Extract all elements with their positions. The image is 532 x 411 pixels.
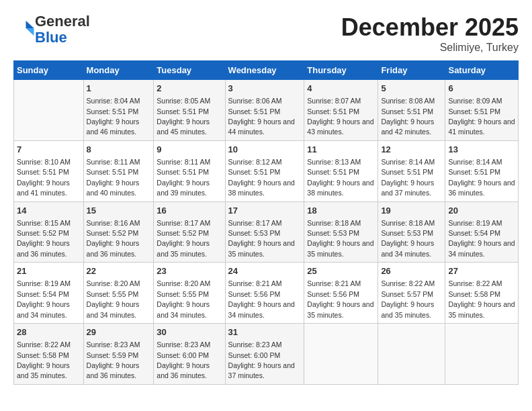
sunrise-info: Sunrise: 8:10 AMSunset: 5:51 PMDaylight:… [17,158,71,197]
svg-marker-1 [26,28,34,36]
calendar-week-row: 7 Sunrise: 8:10 AMSunset: 5:51 PMDayligh… [14,140,519,201]
sunrise-info: Sunrise: 8:21 AMSunset: 5:56 PMDaylight:… [307,279,373,318]
calendar-cell [14,80,84,141]
day-number: 17 [228,205,302,217]
calendar-cell: 9 Sunrise: 8:11 AMSunset: 5:51 PMDayligh… [154,140,225,201]
calendar-cell: 30 Sunrise: 8:23 AMSunset: 6:00 PMDaylig… [154,324,225,385]
calendar-cell [378,324,445,385]
calendar-cell: 24 Sunrise: 8:21 AMSunset: 5:56 PMDaylig… [225,263,304,324]
calendar-week-row: 21 Sunrise: 8:19 AMSunset: 5:54 PMDaylig… [14,263,519,324]
sunrise-info: Sunrise: 8:17 AMSunset: 5:52 PMDaylight:… [157,219,210,258]
sunrise-info: Sunrise: 8:07 AMSunset: 5:51 PMDaylight:… [307,97,373,136]
calendar-cell: 17 Sunrise: 8:17 AMSunset: 5:53 PMDaylig… [225,201,304,263]
sunrise-info: Sunrise: 8:19 AMSunset: 5:54 PMDaylight:… [448,219,515,258]
day-number: 10 [228,144,302,156]
day-number: 13 [448,144,515,156]
sunrise-info: Sunrise: 8:18 AMSunset: 5:53 PMDaylight:… [307,219,373,258]
day-number: 1 [87,83,151,95]
calendar-cell: 22 Sunrise: 8:20 AMSunset: 5:55 PMDaylig… [83,263,154,324]
sunrise-info: Sunrise: 8:20 AMSunset: 5:55 PMDaylight:… [157,279,210,318]
sunrise-info: Sunrise: 8:11 AMSunset: 5:51 PMDaylight:… [87,158,140,197]
day-number: 5 [381,83,442,95]
day-number: 16 [157,205,222,217]
sunrise-info: Sunrise: 8:20 AMSunset: 5:55 PMDaylight:… [87,279,140,318]
logo-icon [15,18,35,38]
calendar-cell: 12 Sunrise: 8:14 AMSunset: 5:51 PMDaylig… [378,140,445,201]
logo-blue: Blue [35,29,67,46]
calendar-cell: 2 Sunrise: 8:05 AMSunset: 5:51 PMDayligh… [154,80,225,141]
day-number: 23 [157,265,222,277]
sunrise-info: Sunrise: 8:12 AMSunset: 5:51 PMDaylight:… [228,158,295,197]
calendar-header-row: SundayMondayTuesdayWednesdayThursdayFrid… [14,61,519,80]
sunrise-info: Sunrise: 8:23 AMSunset: 6:00 PMDaylight:… [157,340,210,379]
sunrise-info: Sunrise: 8:08 AMSunset: 5:51 PMDaylight:… [381,97,435,136]
calendar-cell: 15 Sunrise: 8:16 AMSunset: 5:52 PMDaylig… [83,201,154,263]
calendar-cell: 18 Sunrise: 8:18 AMSunset: 5:53 PMDaylig… [304,201,378,263]
calendar-cell: 7 Sunrise: 8:10 AMSunset: 5:51 PMDayligh… [14,140,84,201]
calendar-cell: 4 Sunrise: 8:07 AMSunset: 5:51 PMDayligh… [304,80,378,141]
calendar-cell: 5 Sunrise: 8:08 AMSunset: 5:51 PMDayligh… [378,80,445,141]
sunrise-info: Sunrise: 8:22 AMSunset: 5:57 PMDaylight:… [381,279,435,318]
sunrise-info: Sunrise: 8:14 AMSunset: 5:51 PMDaylight:… [381,158,435,197]
calendar-cell: 31 Sunrise: 8:23 AMSunset: 6:00 PMDaylig… [225,324,304,385]
day-number: 7 [17,144,81,156]
weekday-header: Friday [378,61,445,80]
calendar-cell: 3 Sunrise: 8:06 AMSunset: 5:51 PMDayligh… [225,80,304,141]
day-number: 20 [448,205,515,217]
day-number: 8 [87,144,151,156]
calendar-week-row: 14 Sunrise: 8:15 AMSunset: 5:52 PMDaylig… [14,201,519,263]
calendar-cell [304,324,378,385]
calendar-cell [445,324,519,385]
calendar-cell: 13 Sunrise: 8:14 AMSunset: 5:51 PMDaylig… [445,140,519,201]
day-number: 6 [448,83,515,95]
calendar-cell: 16 Sunrise: 8:17 AMSunset: 5:52 PMDaylig… [154,201,225,263]
day-number: 31 [228,326,302,338]
calendar-cell: 20 Sunrise: 8:19 AMSunset: 5:54 PMDaylig… [445,201,519,263]
day-number: 15 [87,205,151,217]
day-number: 27 [448,265,515,277]
day-number: 22 [87,265,151,277]
day-number: 9 [157,144,222,156]
calendar-cell: 11 Sunrise: 8:13 AMSunset: 5:51 PMDaylig… [304,140,378,201]
sunrise-info: Sunrise: 8:22 AMSunset: 5:58 PMDaylight:… [448,279,515,318]
sunrise-info: Sunrise: 8:11 AMSunset: 5:51 PMDaylight:… [157,158,210,197]
sunrise-info: Sunrise: 8:16 AMSunset: 5:52 PMDaylight:… [87,219,140,258]
calendar-cell: 19 Sunrise: 8:18 AMSunset: 5:53 PMDaylig… [378,201,445,263]
calendar-week-row: 28 Sunrise: 8:22 AMSunset: 5:58 PMDaylig… [14,324,519,385]
title-block: December 2025 Selimiye, Turkey [341,13,519,54]
sunrise-info: Sunrise: 8:18 AMSunset: 5:53 PMDaylight:… [381,219,435,258]
calendar-cell: 8 Sunrise: 8:11 AMSunset: 5:51 PMDayligh… [83,140,154,201]
day-number: 29 [87,326,151,338]
sunrise-info: Sunrise: 8:04 AMSunset: 5:51 PMDaylight:… [87,97,140,136]
svg-marker-0 [26,21,34,28]
sunrise-info: Sunrise: 8:23 AMSunset: 5:59 PMDaylight:… [87,340,140,379]
weekday-header: Tuesday [154,61,225,80]
calendar-week-row: 1 Sunrise: 8:04 AMSunset: 5:51 PMDayligh… [14,80,519,141]
weekday-header: Thursday [304,61,378,80]
calendar-cell: 1 Sunrise: 8:04 AMSunset: 5:51 PMDayligh… [83,80,154,141]
day-number: 24 [228,265,302,277]
page-header: General Blue December 2025 Selimiye, Tur… [13,13,519,54]
calendar-cell: 25 Sunrise: 8:21 AMSunset: 5:56 PMDaylig… [304,263,378,324]
day-number: 2 [157,83,222,95]
sunrise-info: Sunrise: 8:05 AMSunset: 5:51 PMDaylight:… [157,97,210,136]
day-number: 26 [381,265,442,277]
day-number: 4 [307,83,375,95]
sunrise-info: Sunrise: 8:14 AMSunset: 5:51 PMDaylight:… [448,158,515,197]
calendar-cell: 27 Sunrise: 8:22 AMSunset: 5:58 PMDaylig… [445,263,519,324]
day-number: 25 [307,265,375,277]
day-number: 3 [228,83,302,95]
calendar-table: SundayMondayTuesdayWednesdayThursdayFrid… [13,60,519,385]
sunrise-info: Sunrise: 8:09 AMSunset: 5:51 PMDaylight:… [448,97,515,136]
day-number: 30 [157,326,222,338]
sunrise-info: Sunrise: 8:19 AMSunset: 5:54 PMDaylight:… [17,279,71,318]
day-number: 14 [17,205,81,217]
sunrise-info: Sunrise: 8:15 AMSunset: 5:52 PMDaylight:… [17,219,71,258]
sunrise-info: Sunrise: 8:17 AMSunset: 5:53 PMDaylight:… [228,219,295,258]
calendar-cell: 28 Sunrise: 8:22 AMSunset: 5:58 PMDaylig… [14,324,84,385]
calendar-cell: 29 Sunrise: 8:23 AMSunset: 5:59 PMDaylig… [83,324,154,385]
calendar-cell: 6 Sunrise: 8:09 AMSunset: 5:51 PMDayligh… [445,80,519,141]
calendar-cell: 21 Sunrise: 8:19 AMSunset: 5:54 PMDaylig… [14,263,84,324]
day-number: 21 [17,265,81,277]
calendar-cell: 23 Sunrise: 8:20 AMSunset: 5:55 PMDaylig… [154,263,225,324]
